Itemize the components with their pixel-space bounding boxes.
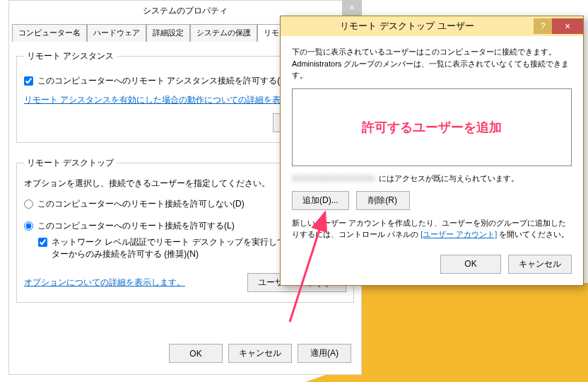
rdp-body: 下の一覧に表示されているユーザーはこのコンピューターに接続できます。 Admin…	[281, 36, 583, 285]
ra-allow-checkbox[interactable]	[24, 76, 33, 86]
help-icon[interactable]: ?	[534, 18, 552, 34]
tab-system-protection[interactable]: システムの保護	[190, 24, 257, 42]
note-post: を開いてください。	[497, 230, 569, 238]
ok-button[interactable]: OK	[169, 344, 223, 363]
tab-computer-name[interactable]: コンピューター名	[12, 24, 87, 42]
rdp-titlebar: リモート デスクトップ ユーザー ? ×	[281, 16, 583, 36]
access-text: にはアクセスが既に与えられています。	[379, 173, 519, 184]
rdp-ok-button[interactable]: OK	[440, 255, 501, 274]
user-accounts-link[interactable]: [ユーザー アカウント]	[421, 230, 497, 238]
rd-deny-label: このコンピューターへのリモート接続を許可しない(D)	[37, 198, 245, 210]
remove-button[interactable]: 削除(R)	[356, 191, 410, 210]
rd-deny-radio[interactable]	[24, 199, 33, 209]
rd-nla-checkbox[interactable]	[38, 238, 47, 247]
rdp-cancel-button[interactable]: キャンセル	[508, 255, 572, 274]
rdp-access-line: XXXXXXXXXXXXXXXX にはアクセスが既に与えられています。	[292, 173, 572, 184]
close-button[interactable]: ×	[342, 0, 362, 16]
rdp-footer: OK キャンセル	[292, 241, 572, 274]
rd-allow-radio[interactable]	[24, 221, 33, 231]
ra-legend: リモート アシスタンス	[24, 50, 117, 62]
rd-allow-label: このコンピューターへのリモート接続を許可する(L)	[37, 220, 235, 232]
add-button[interactable]: 追加(D)...	[292, 191, 349, 210]
rdp-users-dialog: リモート デスクトップ ユーザー ? × 下の一覧に表示されているユーザーはこの…	[280, 16, 584, 286]
rdp-note: 新しいユーザー アカウントを作成したり、ユーザーを別のグループに追加したりするに…	[292, 217, 572, 241]
rdp-desc-line1: 下の一覧に表示されているユーザーはこのコンピューターに接続できます。	[292, 47, 556, 56]
rd-legend: リモート デスクトップ	[24, 157, 117, 169]
main-button-row: OK キャンセル 適用(A)	[159, 337, 361, 370]
tab-hardware[interactable]: ハードウェア	[87, 24, 146, 42]
rdp-desc-line2: Administrators グループのメンバーは、一覧に表示されていなくても接…	[292, 59, 569, 80]
ra-allow-label: このコンピューターへのリモート アシスタンス接続を許可する(R)	[37, 75, 289, 87]
cancel-button[interactable]: キャンセル	[228, 344, 292, 363]
rdp-description: 下の一覧に表示されているユーザーはこのコンピューターに接続できます。 Admin…	[292, 46, 572, 81]
title-text: システムのプロパティ	[143, 6, 228, 16]
tab-advanced[interactable]: 詳細設定	[146, 24, 190, 42]
close-icon[interactable]: ×	[552, 18, 583, 34]
rdp-button-row: 追加(D)... 削除(R)	[292, 191, 572, 210]
rdp-title: リモート デスクトップ ユーザー	[281, 20, 534, 33]
apply-button[interactable]: 適用(A)	[298, 344, 351, 363]
ra-help-link[interactable]: リモート アシスタンスを有効にした場合の動作についての詳細を表示します。	[24, 95, 323, 105]
rdp-user-list[interactable]: 許可するユーザーを追加	[292, 88, 572, 166]
annotation-text: 許可するユーザーを追加	[362, 119, 502, 136]
blurred-username: XXXXXXXXXXXXXXXX	[292, 174, 375, 183]
rd-options-link[interactable]: オプションについての詳細を表示します。	[24, 277, 185, 289]
